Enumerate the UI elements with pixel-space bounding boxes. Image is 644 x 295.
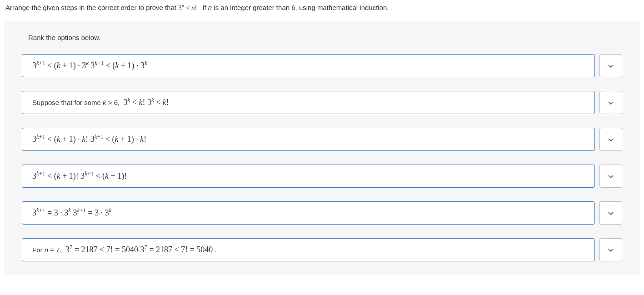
rank-dropdown-5[interactable] (599, 201, 622, 225)
prompt-post: if n is an integer greater than 6, using… (199, 4, 389, 11)
option-row: 3k+1 = 3 · 3k 3k+1 = 3 · 3k (22, 201, 622, 225)
option-card-3[interactable]: 3k+1 < (k + 1) · k! 3k+1 < (k + 1) · k! (22, 128, 595, 151)
option-content: 3k+1 = 3 · 3k 3k+1 = 3 · 3k (32, 208, 111, 218)
question-prompt: Arrange the given steps in the correct o… (0, 0, 644, 21)
option-content: 3k+1 < (k + 1) · 3k 3k+1 < (k + 1) · 3k (32, 61, 147, 70)
rank-dropdown-1[interactable] (599, 54, 622, 77)
option-card-1[interactable]: 3k+1 < (k + 1) · 3k 3k+1 < (k + 1) · 3k (22, 54, 595, 77)
chevron-down-icon (608, 62, 614, 70)
rank-dropdown-6[interactable] (599, 238, 622, 261)
option-content: Suppose that for some k > 6, 3k < k! 3k … (32, 98, 169, 107)
rank-dropdown-3[interactable] (599, 128, 622, 151)
option-row: 3k+1 < (k + 1) · k! 3k+1 < (k + 1) · k! (22, 128, 622, 151)
option-row: Suppose that for some k > 6, 3k < k! 3k … (22, 91, 622, 114)
ranking-panel: Rank the options below. 3k+1 < (k + 1) ·… (4, 21, 640, 275)
prompt-pre: Arrange the given steps in the correct o… (5, 4, 178, 11)
option-card-5[interactable]: 3k+1 = 3 · 3k 3k+1 = 3 · 3k (22, 201, 595, 225)
chevron-down-icon (608, 99, 614, 106)
option-content: 3k+1 < (k + 1)! 3k+1 < (k + 1)! (32, 171, 127, 181)
chevron-down-icon (608, 172, 614, 180)
option-row: 3k+1 < (k + 1)! 3k+1 < (k + 1)! (22, 165, 622, 188)
option-card-6[interactable]: For n = 7, 37 = 2187 < 7! = 5040 37 = 21… (22, 238, 595, 261)
option-card-4[interactable]: 3k+1 < (k + 1)! 3k+1 < (k + 1)! (22, 165, 595, 188)
chevron-down-icon (608, 135, 614, 143)
option-card-2[interactable]: Suppose that for some k > 6, 3k < k! 3k … (22, 91, 595, 114)
option-row: 3k+1 < (k + 1) · 3k 3k+1 < (k + 1) · 3k (22, 54, 622, 77)
chevron-down-icon (608, 246, 614, 254)
rank-dropdown-2[interactable] (599, 91, 622, 114)
instruction-text: Rank the options below. (22, 21, 622, 54)
prompt-math: 3n < n! (178, 4, 197, 11)
option-row: For n = 7, 37 = 2187 < 7! = 5040 37 = 21… (22, 238, 622, 261)
option-content: For n = 7, 37 = 2187 < 7! = 5040 37 = 21… (32, 245, 217, 255)
chevron-down-icon (608, 209, 614, 217)
option-content: 3k+1 < (k + 1) · k! 3k+1 < (k + 1) · k! (32, 135, 146, 144)
rank-dropdown-4[interactable] (599, 165, 622, 188)
